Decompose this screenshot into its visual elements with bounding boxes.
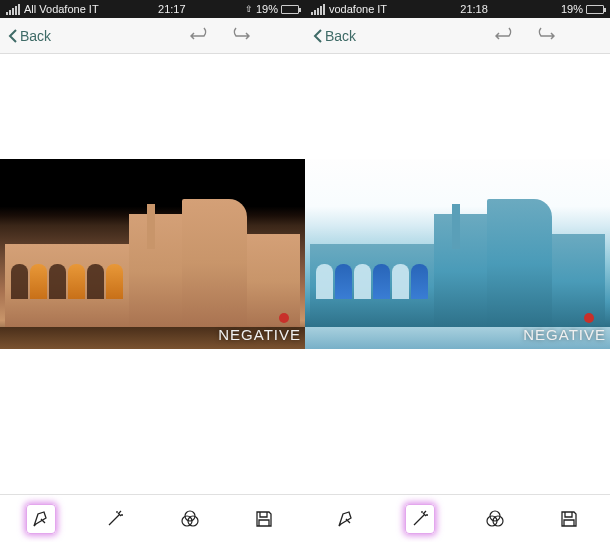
wand-tool-button[interactable] — [405, 504, 435, 534]
toolbar — [0, 494, 305, 542]
back-label: Back — [325, 28, 356, 44]
undo-button[interactable] — [495, 26, 517, 46]
channels-icon — [179, 508, 201, 530]
undo-icon — [190, 26, 212, 42]
canvas[interactable]: NEGATIVE — [0, 54, 305, 494]
save-tool-button[interactable] — [249, 504, 279, 534]
clock: 21:18 — [460, 3, 488, 15]
redo-icon — [228, 26, 250, 42]
photo-original: NEGATIVE — [0, 159, 305, 349]
back-label: Back — [20, 28, 51, 44]
marker-dot — [584, 313, 594, 323]
pen-tool-icon — [30, 508, 52, 530]
redo-button[interactable] — [228, 26, 250, 46]
screen-left: All Vodafone IT 21:17 ⇧ 19% Back — [0, 0, 305, 542]
status-bar: All Vodafone IT 21:17 ⇧ 19% — [0, 0, 305, 18]
clock: 21:17 — [158, 3, 186, 15]
status-bar: vodafone IT 21:18 19% — [305, 0, 610, 18]
chevron-left-icon — [313, 28, 323, 44]
back-button[interactable]: Back — [8, 28, 51, 44]
toolbar — [305, 494, 610, 542]
back-button[interactable]: Back — [313, 28, 356, 44]
redo-button[interactable] — [533, 26, 555, 46]
pen-tool-button[interactable] — [331, 504, 361, 534]
pen-tool-icon — [335, 508, 357, 530]
carrier-label: All Vodafone IT — [24, 3, 99, 15]
battery-percent: 19% — [256, 3, 278, 15]
channels-icon — [484, 508, 506, 530]
signal-icon — [6, 4, 20, 15]
wand-icon — [104, 508, 126, 530]
photo-negative: NEGATIVE — [305, 159, 610, 349]
nav-bar: Back — [305, 18, 610, 54]
canvas[interactable]: NEGATIVE — [305, 54, 610, 494]
channels-tool-button[interactable] — [175, 504, 205, 534]
save-icon — [558, 508, 580, 530]
channels-tool-button[interactable] — [480, 504, 510, 534]
save-tool-button[interactable] — [554, 504, 584, 534]
wand-icon — [409, 508, 431, 530]
filter-label: NEGATIVE — [218, 326, 301, 343]
save-icon — [253, 508, 275, 530]
pen-tool-button[interactable] — [26, 504, 56, 534]
chevron-left-icon — [8, 28, 18, 44]
battery-percent: 19% — [561, 3, 583, 15]
signal-icon — [311, 4, 325, 15]
battery-icon — [586, 5, 604, 14]
wand-tool-button[interactable] — [100, 504, 130, 534]
carrier-label: vodafone IT — [329, 3, 387, 15]
nav-bar: Back — [0, 18, 305, 54]
battery-icon — [281, 5, 299, 14]
undo-button[interactable] — [190, 26, 212, 46]
redo-icon — [533, 26, 555, 42]
screen-right: vodafone IT 21:18 19% Back — [305, 0, 610, 542]
filter-label: NEGATIVE — [523, 326, 606, 343]
marker-dot — [279, 313, 289, 323]
undo-icon — [495, 26, 517, 42]
